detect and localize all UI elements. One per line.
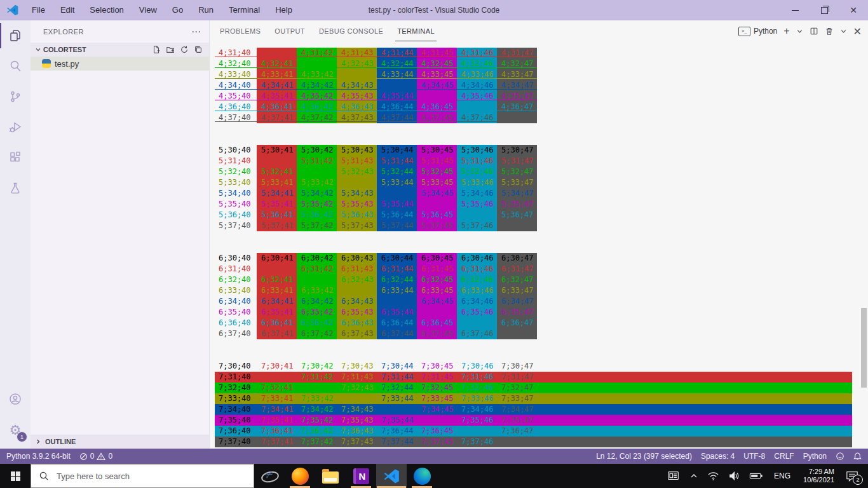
encoding[interactable]: UTF-8 — [743, 452, 765, 461]
folder-section-header[interactable]: COLORTEST — [31, 43, 209, 57]
edge-app[interactable] — [407, 464, 437, 488]
terminal-cell: 5;35;42 — [297, 199, 337, 210]
python-interpreter[interactable]: Python 3.9.2 64-bit — [6, 452, 71, 461]
taskbar-search[interactable] — [31, 464, 254, 488]
kill-terminal-trash-icon[interactable] — [825, 27, 834, 36]
launch-profile-chevron-icon[interactable] — [796, 28, 803, 35]
explorer-icon[interactable] — [0, 20, 31, 51]
news-widget-icon[interactable] — [665, 469, 682, 483]
terminal-cell: 6;34;41 — [257, 296, 297, 307]
start-button[interactable] — [0, 464, 31, 488]
problems-indicator[interactable]: 0 0 — [79, 452, 112, 461]
file-item-testpy[interactable]: test.py — [31, 57, 209, 71]
battery-icon[interactable] — [747, 471, 765, 480]
new-file-icon[interactable] — [152, 45, 161, 54]
source-control-icon[interactable] — [0, 81, 31, 112]
explorer-sidebar: EXPLORER ⋯ COLORTEST test.py OUTLINE — [31, 20, 210, 449]
terminal-cell: 5;31;42 — [297, 156, 337, 166]
new-terminal-icon[interactable]: + — [783, 25, 789, 37]
terminal-cell: 5;35;41 — [257, 199, 297, 210]
menu-go[interactable]: Go — [166, 3, 189, 17]
language-mode[interactable]: Python — [803, 452, 827, 461]
terminal-cell: 4;31;43 — [337, 48, 377, 58]
terminal-cell: 4;37;45 — [417, 112, 457, 123]
search-input[interactable] — [55, 471, 217, 482]
terminal-cell: 6;36;45 — [417, 318, 457, 329]
terminal-cell: 6;30;47 — [497, 253, 537, 264]
language-indicator[interactable]: ENG — [770, 471, 794, 480]
vscode-app[interactable] — [376, 464, 407, 488]
indentation[interactable]: Spaces: 4 — [701, 452, 735, 461]
clock[interactable]: 7:29 AM 10/6/2021 — [799, 468, 838, 484]
terminal-scrollbar[interactable] — [861, 308, 867, 388]
action-center-icon[interactable]: 2 — [843, 470, 863, 482]
terminal-cell: 4;37;44 — [377, 112, 417, 123]
terminal-cell: 5;32;44 — [377, 166, 417, 177]
menu-terminal[interactable]: Terminal — [222, 3, 266, 17]
outline-section-header[interactable]: OUTLINE — [31, 435, 209, 449]
maximize-panel-chevron-icon[interactable] — [840, 28, 847, 35]
wifi-icon[interactable] — [705, 471, 721, 481]
terminal-cell: 5;30;41 — [257, 145, 297, 156]
settings-gear-icon[interactable]: ⚙︎ 1 — [0, 414, 31, 445]
minimize-button[interactable] — [780, 0, 810, 20]
tab-debug-console[interactable]: DEBUG CONSOLE — [317, 22, 385, 41]
tab-terminal[interactable]: TERMINAL — [395, 22, 437, 41]
terminal-cell: 7;35;47 — [497, 415, 537, 426]
search-icon[interactable] — [0, 51, 31, 81]
terminal-cell: 6;34;44 — [377, 296, 417, 307]
terminal-cell: 7;31;47 — [497, 372, 537, 383]
menu-view[interactable]: View — [133, 3, 163, 17]
close-panel-icon[interactable]: ✕ — [853, 25, 862, 37]
file-explorer-app[interactable] — [315, 464, 346, 488]
tab-problems[interactable]: PROBLEMS — [218, 22, 262, 41]
testing-icon[interactable] — [0, 173, 31, 203]
refresh-icon[interactable] — [180, 45, 189, 54]
terminal-cell: 4;32;46 — [457, 58, 497, 69]
terminal-cell: 7;34;41 — [257, 404, 297, 415]
terminal-cell: 6;37;44 — [377, 329, 417, 339]
notifications-bell-icon[interactable] — [853, 452, 862, 461]
terminal-cell: 7;35;43 — [337, 415, 377, 426]
terminal-cell: 4;36;46 — [457, 102, 497, 112]
onenote-app[interactable]: N — [346, 464, 376, 488]
tab-output[interactable]: OUTPUT — [273, 22, 307, 41]
eol-sequence[interactable]: CRLF — [774, 452, 794, 461]
menu-file[interactable]: File — [25, 3, 51, 17]
terminal-cell: 4;36;43 — [337, 102, 377, 112]
split-terminal-icon[interactable] — [810, 27, 818, 36]
restore-button[interactable] — [810, 0, 839, 20]
run-debug-icon[interactable] — [0, 112, 31, 142]
terminal-row: 6;31;406;31;416;31;426;31;436;31;446;31;… — [215, 264, 868, 274]
collapse-folders-icon[interactable] — [194, 45, 203, 54]
menu-help[interactable]: Help — [269, 3, 299, 17]
show-hidden-icons-chevron[interactable] — [688, 471, 700, 480]
terminal-shell-selector[interactable]: >_ Python — [738, 27, 777, 36]
terminal-cell: 6;33;44 — [377, 285, 417, 296]
terminal-cell: 7;30;43 — [337, 361, 377, 372]
feedback-smiley-icon[interactable] — [836, 452, 844, 461]
firefox-icon — [292, 468, 309, 485]
terminal-output[interactable]: 4;31;404;31;414;31;424;31;434;31;444;31;… — [210, 42, 868, 449]
menu-selection[interactable]: Selection — [83, 3, 130, 17]
terminal-row: 4;34;404;34;414;34;424;34;434;34;444;34;… — [215, 80, 868, 91]
firefox-app[interactable] — [285, 464, 315, 488]
snipping-tool-app[interactable]: ✂︎ — [254, 464, 285, 488]
account-icon[interactable] — [0, 384, 31, 414]
menu-run[interactable]: Run — [192, 3, 220, 17]
terminal-cell: 6;31;46 — [457, 264, 497, 274]
cursor-position[interactable]: Ln 12, Col 23 (397 selected) — [596, 452, 692, 461]
terminal-row: 6;32;406;32;416;32;426;32;436;32;446;32;… — [215, 274, 868, 285]
extensions-icon[interactable] — [0, 142, 31, 173]
terminal-cell: 4;34;44 — [377, 80, 417, 91]
explorer-title: EXPLORER — [43, 28, 84, 36]
close-button[interactable]: ✕ — [839, 0, 868, 20]
activity-bar: ⚙︎ 1 — [0, 20, 31, 449]
menu-edit[interactable]: Edit — [54, 3, 81, 17]
terminal-cell: 4;31;40 — [215, 48, 257, 58]
volume-icon[interactable] — [726, 471, 742, 481]
views-and-more-actions-icon[interactable]: ⋯ — [191, 26, 201, 37]
new-folder-icon[interactable] — [166, 45, 175, 54]
terminal-cell: 5;36;41 — [257, 210, 297, 220]
terminal-row: 7;32;407;32;417;32;427;32;437;32;447;32;… — [215, 383, 852, 393]
